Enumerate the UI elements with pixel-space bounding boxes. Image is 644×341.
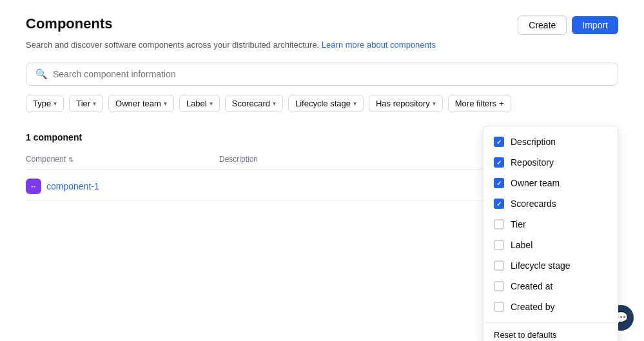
dropdown-footer: Reset to defaults (483, 322, 618, 341)
tier-filter[interactable]: Tier ▾ (69, 95, 103, 112)
col-label-repository: Repository (511, 157, 554, 168)
tier-chevron-icon: ▾ (93, 100, 96, 107)
col-label-owner-team: Owner team (511, 178, 560, 188)
lifecycle-filter-label: Lifecycle stage (295, 99, 351, 108)
column-header-component: Component ⇅ (26, 155, 219, 164)
filters-row: Type ▾ Tier ▾ Owner team ▾ Label ▾ Score… (26, 95, 618, 112)
checkmark-icon: ✓ (496, 139, 502, 146)
more-filters-button[interactable]: More filters + (448, 95, 511, 112)
col-item-tier[interactable]: Tier (483, 214, 618, 235)
page-title: Components (26, 15, 112, 32)
col-item-owner-team[interactable]: ✓ Owner team (483, 173, 618, 193)
col-item-repository[interactable]: ✓ Repository (483, 152, 618, 173)
scorecard-filter[interactable]: Scorecard ▾ (225, 95, 283, 112)
has-repository-chevron-icon: ▾ (433, 100, 436, 107)
component-link[interactable]: component-1 (46, 181, 99, 191)
scorecard-filter-label: Scorecard (232, 99, 270, 108)
column-component-label: Component (26, 155, 66, 164)
owner-team-chevron-icon: ▾ (164, 100, 167, 107)
search-icon: 🔍 (35, 68, 48, 80)
label-filter-label: Label (186, 99, 207, 108)
owner-team-filter[interactable]: Owner team ▾ (108, 95, 174, 112)
page-container: Components Create Import Search and disc… (0, 0, 644, 341)
column-header-description: Description (219, 155, 489, 164)
col-checkbox-owner-team[interactable]: ✓ (494, 178, 504, 188)
create-button[interactable]: Create (518, 15, 567, 35)
import-button[interactable]: Import (572, 16, 618, 34)
owner-team-filter-label: Owner team (115, 99, 161, 108)
col-checkbox-created-by[interactable] (494, 302, 504, 312)
col-checkbox-scorecards[interactable]: ✓ (494, 199, 504, 209)
subtitle-text: Search and discover software components … (26, 40, 319, 50)
page-header: Components Create Import (26, 15, 618, 35)
reset-to-defaults-link[interactable]: Reset to defaults (494, 330, 557, 340)
scorecard-chevron-icon: ▾ (273, 100, 276, 107)
header-actions: Create Import (518, 15, 618, 35)
col-checkbox-repository[interactable]: ✓ (494, 157, 504, 168)
tier-filter-label: Tier (76, 99, 90, 108)
col-label-description: Description (511, 137, 556, 147)
component-count: 1 component (26, 132, 82, 142)
has-repository-filter-label: Has repository (376, 99, 430, 108)
plus-icon: + (499, 99, 504, 108)
checkmark-icon: ✓ (496, 180, 502, 187)
learn-more-link[interactable]: Learn more about components (322, 40, 436, 50)
column-description-label: Description (219, 155, 258, 164)
col-item-description[interactable]: ✓ Description (483, 132, 618, 152)
sort-icon-component: ⇅ (68, 156, 73, 163)
lifecycle-chevron-icon: ▾ (353, 100, 356, 107)
col-label-created-at: Created at (511, 281, 552, 291)
dropdown-items: ✓ Description ✓ Repository ✓ Owner team … (483, 126, 618, 322)
col-item-scorecards[interactable]: ✓ Scorecards (483, 193, 618, 214)
col-checkbox-lifecycle-stage[interactable] (494, 260, 504, 271)
more-filters-label: More filters (455, 99, 496, 108)
col-label-created-by: Created by (511, 302, 554, 312)
col-checkbox-description[interactable]: ✓ (494, 137, 504, 147)
col-checkbox-created-at[interactable] (494, 281, 504, 291)
col-label-tier: Tier (511, 219, 526, 229)
has-repository-filter[interactable]: Has repository ▾ (369, 95, 443, 112)
subtitle: Search and discover software components … (26, 40, 618, 50)
checkmark-icon: ✓ (496, 159, 502, 166)
type-filter-label: Type (33, 99, 51, 108)
component-icon-text: ↔ (30, 182, 37, 190)
col-label-lifecycle-stage: Lifecycle stage (511, 260, 571, 271)
col-item-label[interactable]: Label (483, 235, 618, 255)
type-chevron-icon: ▾ (54, 100, 57, 107)
lifecycle-filter[interactable]: Lifecycle stage ▾ (288, 95, 364, 112)
search-input[interactable] (53, 69, 609, 79)
component-cell: ↔ component-1 (26, 179, 219, 194)
col-checkbox-label[interactable] (494, 240, 504, 250)
columns-dropdown: ✓ Description ✓ Repository ✓ Owner team … (483, 126, 618, 341)
label-filter[interactable]: Label ▾ (179, 95, 220, 112)
label-chevron-icon: ▾ (210, 100, 213, 107)
type-filter[interactable]: Type ▾ (26, 95, 64, 112)
col-item-created-by[interactable]: Created by (483, 297, 618, 317)
col-item-created-at[interactable]: Created at (483, 276, 618, 297)
search-bar: 🔍 (26, 63, 618, 86)
col-label-scorecards: Scorecards (511, 199, 556, 209)
col-item-lifecycle-stage[interactable]: Lifecycle stage (483, 255, 618, 276)
col-checkbox-tier[interactable] (494, 219, 504, 229)
component-icon: ↔ (26, 179, 41, 194)
col-label-label: Label (511, 240, 532, 250)
checkmark-icon: ✓ (496, 200, 502, 208)
